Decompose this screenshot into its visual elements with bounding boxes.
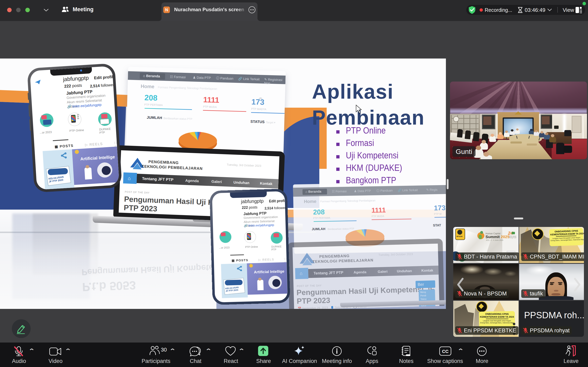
svg-text:CC: CC: [442, 349, 449, 354]
